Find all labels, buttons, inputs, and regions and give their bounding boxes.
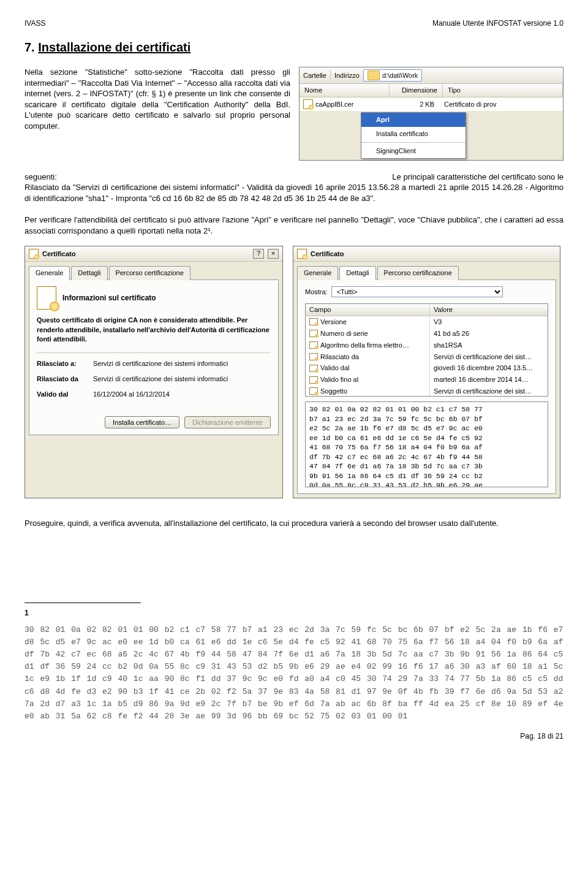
field-icon	[309, 365, 318, 372]
context-menu: Apri Installa certificato SigningClient	[361, 112, 466, 159]
certificate-icon	[37, 286, 56, 310]
grid-row[interactable]: Valido dalgiovedì 16 dicembre 2004 13.5…	[306, 362, 548, 374]
footnote-separator	[24, 603, 141, 603]
col-dimensione[interactable]: Dimensione	[390, 84, 443, 97]
file-row[interactable]: caApplBI.cer 2 KB Certificato di prov	[300, 97, 563, 111]
folders-button[interactable]: Cartelle	[303, 71, 326, 80]
dialog-title: Certificato	[42, 249, 75, 259]
verify-paragraph: Per verificare l'attendibilità del certi…	[24, 215, 564, 236]
header-left: IVASS	[24, 18, 45, 28]
tab-generale[interactable]: Generale	[297, 266, 338, 280]
field-icon	[309, 387, 318, 395]
column-headers: Nome Dimensione Tipo	[300, 84, 563, 97]
info-heading: Informazioni sul certificato	[62, 293, 156, 303]
page-footer: Pag. 18 di 21	[24, 731, 564, 741]
warning-text: Questo certificato di origine CA non è c…	[37, 316, 271, 344]
label-valido: Valido dal	[37, 390, 93, 399]
tab-percorso[interactable]: Percorso certificazione	[109, 266, 190, 280]
page-title: 7. Installazione dei certificati	[24, 39, 564, 56]
certificate-icon	[303, 99, 313, 109]
issuer-statement-button: Dichiarazione emittente	[184, 416, 271, 428]
certificate-dialog-general: Certificato ? × Generale Dettagli Percor…	[24, 246, 283, 498]
address-label: Indirizzo	[334, 71, 360, 80]
dialog-title: Certificato	[311, 249, 344, 259]
hex-dump: 30 82 01 0a 02 82 01 01 00 b2 c1 c7 58 7…	[305, 401, 548, 487]
header-right: Manuale Utente INFOSTAT versione 1.0	[432, 18, 564, 28]
tab-percorso[interactable]: Percorso certificazione	[377, 266, 459, 280]
col-campo[interactable]: Campo	[306, 304, 430, 316]
certificate-icon	[29, 249, 39, 259]
menu-item-signing[interactable]: SigningClient	[361, 144, 466, 158]
certificate-dialog-details: Certificato Generale Dettagli Percorso c…	[293, 246, 560, 498]
characteristics-body: Rilasciato da "Servizi di certificazione…	[24, 182, 564, 203]
value-valido: 16/12/2004 al 16/12/2014	[93, 390, 170, 399]
close-icon[interactable]: ×	[268, 249, 279, 259]
mostra-label: Mostra:	[305, 287, 328, 297]
footnote-hex: 30 82 01 0a 02 82 01 01 00 b2 c1 c7 58 7…	[24, 624, 564, 723]
field-icon	[309, 330, 318, 337]
tab-dettagli[interactable]: Dettagli	[71, 266, 107, 280]
characteristics-lead: Le principali caratteristiche del certif…	[57, 172, 564, 183]
intro-paragraph: Nella sezione "Statistiche" sotto-sezion…	[24, 67, 290, 160]
address-field[interactable]: d:\dati\Work	[363, 69, 423, 82]
col-nome[interactable]: Nome	[300, 84, 390, 97]
folder-icon	[368, 70, 380, 80]
details-grid: Campo Valore VersioneV3Numero di serie41…	[305, 303, 548, 397]
seguenti-label: seguenti:	[24, 172, 57, 183]
grid-row[interactable]: Rilasciato daServizi di certificazione d…	[306, 351, 548, 363]
file-explorer-window: Cartelle Indirizzo d:\dati\Work Nome Dim…	[299, 67, 564, 160]
install-certificate-button[interactable]: Installa certificato…	[105, 416, 179, 428]
menu-item-apri[interactable]: Apri	[361, 113, 466, 127]
field-icon	[309, 341, 318, 349]
grid-row[interactable]: Valido fino almartedì 16 dicembre 2014 1…	[306, 374, 548, 386]
footnote-number: 1	[24, 608, 564, 618]
field-icon	[309, 318, 318, 325]
label-rilasciato-da: Rilasciato da	[37, 375, 93, 384]
grid-row[interactable]: Algoritmo della firma elettro…sha1RSA	[306, 340, 548, 351]
label-rilasciato-a: Rilasciato a:	[37, 359, 93, 368]
value-rilasciato-da: Servizi di certificazione dei sistemi in…	[93, 375, 228, 384]
certificate-icon	[297, 249, 307, 259]
value-rilasciato-a: Servizi di certificazione dei sistemi in…	[93, 359, 228, 368]
mostra-select[interactable]: <Tutti>	[331, 286, 503, 297]
tab-generale[interactable]: Generale	[29, 266, 70, 280]
grid-row[interactable]: SoggettoServizi di certificazione dei si…	[306, 386, 548, 397]
field-icon	[309, 353, 318, 360]
menu-item-installa[interactable]: Installa certificato	[361, 127, 466, 141]
grid-row[interactable]: Numero di serie41 bd a5 26	[306, 328, 548, 340]
tab-dettagli[interactable]: Dettagli	[339, 266, 375, 280]
grid-row[interactable]: VersioneV3	[306, 316, 548, 328]
closing-paragraph: Proseguire, quindi, a verifica avvenuta,…	[24, 518, 564, 529]
col-valore[interactable]: Valore	[430, 304, 548, 316]
col-tipo[interactable]: Tipo	[443, 84, 563, 97]
help-icon[interactable]: ?	[253, 249, 264, 259]
field-icon	[309, 376, 318, 384]
page-header: IVASS Manuale Utente INFOSTAT versione 1…	[24, 18, 564, 28]
